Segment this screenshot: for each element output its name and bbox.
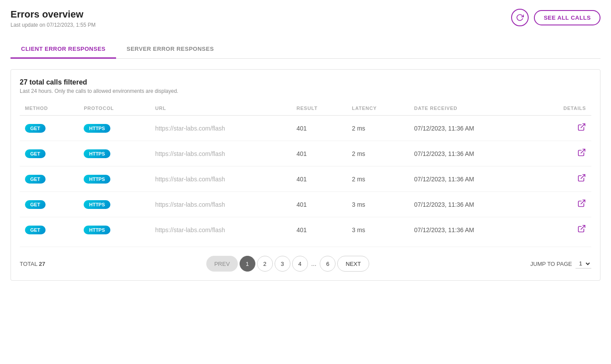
prev-button[interactable]: PREV — [206, 256, 237, 272]
col-method: METHOD — [20, 101, 78, 116]
table-row: GET HTTPS https://star-labs.com/flash 40… — [20, 116, 591, 141]
cell-details-1 — [533, 141, 591, 166]
svg-line-3 — [581, 200, 585, 204]
cell-url-2: https://star-labs.com/flash — [150, 166, 291, 192]
method-badge-1: GET — [25, 149, 46, 158]
cell-details-2 — [533, 166, 591, 192]
cell-date-2: 07/12/2023, 11:36 AM — [409, 166, 533, 192]
cell-url-0: https://star-labs.com/flash — [150, 116, 291, 141]
details-icon-2[interactable] — [577, 173, 586, 184]
col-result: RESULT — [291, 101, 347, 116]
cell-date-1: 07/12/2023, 11:36 AM — [409, 141, 533, 166]
method-badge-0: GET — [25, 124, 46, 133]
total-count: 27 — [39, 261, 45, 267]
svg-line-0 — [581, 124, 585, 128]
page-container: Errors overview Last update on 07/12/202… — [0, 0, 611, 364]
tabs: CLIENT ERROR RESPONSES SERVER ERROR RESP… — [11, 40, 600, 58]
pagination-row: TOTAL 27 PREV 1 2 3 4 ... 6 NEXT JUMP TO… — [20, 247, 591, 280]
page-4-button[interactable]: 4 — [292, 256, 308, 272]
protocol-badge-2: HTTPS — [84, 175, 110, 184]
refresh-button[interactable] — [511, 9, 529, 26]
protocol-badge-0: HTTPS — [84, 124, 110, 133]
col-latency: LATENCY — [347, 101, 409, 116]
cell-details-4 — [533, 217, 591, 243]
table-row: GET HTTPS https://star-labs.com/flash 40… — [20, 217, 591, 243]
cell-result-2: 401 — [291, 166, 347, 192]
details-icon-3[interactable] — [577, 199, 586, 210]
cell-method-3: GET — [20, 192, 78, 217]
cell-date-4: 07/12/2023, 11:36 AM — [409, 217, 533, 243]
table-row: GET HTTPS https://star-labs.com/flash 40… — [20, 192, 591, 217]
protocol-badge-3: HTTPS — [84, 200, 110, 209]
page-3-button[interactable]: 3 — [275, 256, 290, 272]
table-header-row: METHOD PROTOCOL URL RESULT LATENCY DATE … — [20, 101, 591, 116]
cell-date-0: 07/12/2023, 11:36 AM — [409, 116, 533, 141]
pagination-total: TOTAL 27 — [20, 261, 45, 267]
cell-details-0 — [533, 116, 591, 141]
cell-date-3: 07/12/2023, 11:36 AM — [409, 192, 533, 217]
svg-line-1 — [581, 149, 585, 153]
method-badge-4: GET — [25, 226, 46, 234]
svg-line-2 — [581, 175, 585, 179]
cell-url-4: https://star-labs.com/flash — [150, 217, 291, 243]
cell-details-3 — [533, 192, 591, 217]
details-icon-4[interactable] — [577, 224, 586, 235]
cell-protocol-3: HTTPS — [78, 192, 150, 217]
details-icon-0[interactable] — [577, 123, 586, 134]
protocol-badge-1: HTTPS — [84, 149, 110, 158]
cell-protocol-2: HTTPS — [78, 166, 150, 192]
jump-label: JUMP TO PAGE — [530, 261, 572, 267]
col-date-received: DATE RECEIVED — [409, 101, 533, 116]
cell-result-3: 401 — [291, 192, 347, 217]
col-details: DETAILS — [533, 101, 591, 116]
total-calls-text: 27 total calls filtered — [20, 78, 591, 86]
next-button[interactable]: NEXT — [337, 256, 369, 272]
cell-protocol-1: HTTPS — [78, 141, 150, 166]
table-row: GET HTTPS https://star-labs.com/flash 40… — [20, 166, 591, 192]
jump-to-page: JUMP TO PAGE 1 2 3 4 5 6 — [530, 259, 591, 269]
page-1-button[interactable]: 1 — [240, 256, 255, 272]
cell-latency-4: 3 ms — [347, 217, 409, 243]
header-right: SEE ALL CALLS — [511, 9, 600, 26]
cell-url-1: https://star-labs.com/flash — [150, 141, 291, 166]
cell-latency-1: 2 ms — [347, 141, 409, 166]
tabs-container: CLIENT ERROR RESPONSES SERVER ERROR RESP… — [11, 40, 600, 59]
content-section: 27 total calls filtered Last 24 hours. O… — [11, 69, 600, 281]
page-6-button[interactable]: 6 — [320, 256, 336, 272]
jump-select[interactable]: 1 2 3 4 5 6 — [576, 259, 591, 269]
method-badge-2: GET — [25, 175, 46, 184]
tab-server-error[interactable]: SERVER ERROR RESPONSES — [116, 40, 224, 59]
cell-method-4: GET — [20, 217, 78, 243]
cell-latency-3: 3 ms — [347, 192, 409, 217]
cell-result-4: 401 — [291, 217, 347, 243]
cell-method-0: GET — [20, 116, 78, 141]
filter-description: Last 24 hours. Only the calls to allowed… — [20, 88, 591, 94]
last-update: Last update on 07/12/2023, 1:55 PM — [11, 22, 95, 28]
cell-method-2: GET — [20, 166, 78, 192]
table-row: GET HTTPS https://star-labs.com/flash 40… — [20, 141, 591, 166]
cell-protocol-4: HTTPS — [78, 217, 150, 243]
page-title: Errors overview — [11, 9, 95, 20]
calls-table: METHOD PROTOCOL URL RESULT LATENCY DATE … — [20, 101, 591, 242]
cell-latency-0: 2 ms — [347, 116, 409, 141]
cell-latency-2: 2 ms — [347, 166, 409, 192]
cell-method-1: GET — [20, 141, 78, 166]
method-badge-3: GET — [25, 200, 46, 209]
svg-line-4 — [581, 226, 585, 230]
header: Errors overview Last update on 07/12/202… — [11, 9, 600, 28]
page-2-button[interactable]: 2 — [257, 256, 273, 272]
cell-result-0: 401 — [291, 116, 347, 141]
tab-client-error[interactable]: CLIENT ERROR RESPONSES — [11, 40, 116, 59]
cell-url-3: https://star-labs.com/flash — [150, 192, 291, 217]
page-dots: ... — [310, 260, 318, 267]
cell-result-1: 401 — [291, 141, 347, 166]
col-protocol: PROTOCOL — [78, 101, 150, 116]
details-icon-1[interactable] — [577, 148, 586, 159]
header-left: Errors overview Last update on 07/12/202… — [11, 9, 95, 28]
cell-protocol-0: HTTPS — [78, 116, 150, 141]
filter-info: 27 total calls filtered Last 24 hours. O… — [20, 78, 591, 94]
protocol-badge-4: HTTPS — [84, 226, 110, 234]
col-url: URL — [150, 101, 291, 116]
pagination-center: PREV 1 2 3 4 ... 6 NEXT — [206, 256, 369, 272]
see-all-calls-button[interactable]: SEE ALL CALLS — [534, 10, 600, 25]
